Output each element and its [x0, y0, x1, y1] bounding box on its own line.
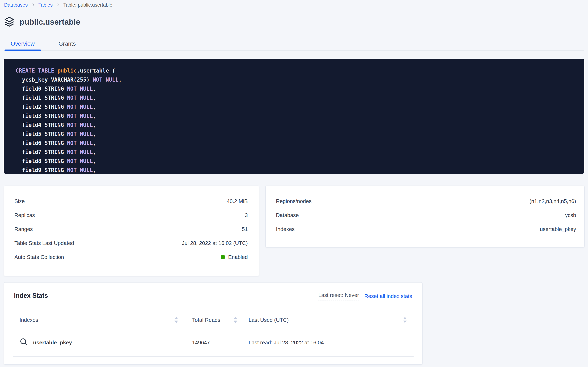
- index-last-used: Last read: Jul 28, 2022 at 16:04: [248, 340, 414, 346]
- stat-label: Database: [276, 212, 299, 218]
- table-details-card: Regions/nodes(n1,n2,n3,n4,n5,n6)Database…: [265, 185, 585, 248]
- stat-value: 51: [242, 226, 248, 232]
- sql-segment: NOT NULL: [67, 167, 93, 173]
- table-stack-icon: [4, 16, 15, 28]
- sql-segment: field7 STRING: [16, 149, 67, 155]
- chevron-right-icon: [56, 3, 60, 7]
- column-header-last-used: Last Used (UTC): [248, 317, 289, 323]
- sql-line: field5 STRING NOT NULL,: [16, 129, 576, 139]
- sql-segment: field2 STRING: [16, 104, 67, 110]
- stat-row: Table Stats Last UpdatedJul 28, 2022 at …: [14, 236, 248, 250]
- sql-line: field7 STRING NOT NULL,: [16, 148, 576, 157]
- sql-line: CREATE TABLE public.usertable (: [16, 66, 576, 75]
- sql-segment: ,: [93, 104, 96, 110]
- sql-segment: ,: [93, 131, 96, 137]
- sql-line: field3 STRING NOT NULL,: [16, 111, 576, 120]
- sql-segment: NOT NULL: [67, 158, 93, 164]
- index-stats-card: Index Stats Last reset: Never Reset all …: [4, 282, 422, 365]
- tab-bar: Overview Grants: [4, 37, 584, 50]
- index-total-reads: 149647: [180, 340, 248, 346]
- sql-segment: field9 STRING: [16, 167, 67, 173]
- sql-line: field0 STRING NOT NULL,: [16, 84, 576, 93]
- sort-icon[interactable]: [234, 317, 237, 323]
- sql-line: field4 STRING NOT NULL,: [16, 120, 576, 129]
- sql-segment: NOT NULL: [67, 140, 93, 146]
- sql-line: field1 STRING NOT NULL,: [16, 93, 576, 102]
- sql-segment: field4 STRING: [16, 122, 67, 128]
- sql-segment: ,: [93, 122, 96, 128]
- breadcrumb-current: Table: public.usertable: [63, 2, 112, 8]
- breadcrumb-link-databases[interactable]: Databases: [4, 2, 28, 8]
- stat-label: Regions/nodes: [276, 198, 311, 204]
- tab-grants[interactable]: Grants: [52, 37, 82, 50]
- table-overview-stats-card: Size40.2 MiBReplicas3Ranges51Table Stats…: [4, 185, 259, 276]
- sql-segment: field5 STRING: [16, 131, 67, 137]
- index-name-link[interactable]: usertable_pkey: [33, 340, 72, 346]
- sql-segment: field0 STRING: [16, 86, 67, 92]
- stat-label: Table Stats Last Updated: [14, 240, 74, 246]
- stat-row: Indexesusertable_pkey: [276, 222, 576, 236]
- sql-segment: field3 STRING: [16, 113, 67, 119]
- stat-label: Size: [14, 198, 25, 204]
- stat-value: usertable_pkey: [540, 226, 576, 232]
- stat-value: Jul 28, 2022 at 16:02 (UTC): [182, 240, 248, 246]
- stat-row: Size40.2 MiB: [14, 194, 248, 208]
- sql-segment: NOT NULL: [67, 113, 93, 119]
- sort-icon[interactable]: [403, 317, 407, 323]
- index-stats-controls: Last reset: Never Reset all index stats: [318, 292, 412, 300]
- sql-segment: CREATE TABLE: [16, 68, 58, 74]
- stat-value: ycsb: [565, 212, 576, 218]
- sql-line: field2 STRING NOT NULL,: [16, 102, 576, 111]
- sql-line: ycsb_key VARCHAR(255) NOT NULL,: [16, 75, 576, 84]
- stat-label: Ranges: [14, 226, 33, 232]
- sql-segment: ,: [93, 86, 96, 92]
- sql-line: field6 STRING NOT NULL,: [16, 139, 576, 148]
- tab-overview[interactable]: Overview: [5, 37, 41, 50]
- index-table-header: Indexes Total Reads Last Used (UTC): [13, 311, 414, 329]
- sql-segment: field1 STRING: [16, 95, 67, 101]
- column-header-indexes: Indexes: [19, 317, 38, 323]
- last-reset-label: Last reset: Never: [318, 292, 359, 300]
- sql-line: field8 STRING NOT NULL,: [16, 157, 576, 166]
- sql-segment: public: [58, 68, 77, 74]
- sql-segment: field6 STRING: [16, 140, 67, 146]
- sql-segment: NOT NULL: [67, 104, 93, 110]
- sql-segment: NOT NULL: [67, 131, 93, 137]
- index-table-row: usertable_pkey 149647 Last read: Jul 28,…: [13, 329, 414, 357]
- stat-row: Databaseycsb: [276, 208, 576, 222]
- sql-segment: .usertable (: [77, 68, 115, 74]
- sql-segment: field8 STRING: [16, 158, 67, 164]
- stat-value: 40.2 MiB: [227, 198, 248, 204]
- page-header: public.usertable: [4, 16, 80, 28]
- status-dot-enabled: [221, 255, 225, 259]
- sql-segment: ,: [93, 158, 96, 164]
- sql-segment: ,: [118, 77, 122, 83]
- search-icon: [19, 338, 28, 348]
- reset-all-index-stats-link[interactable]: Reset all index stats: [364, 293, 412, 299]
- sql-segment: NOT NULL: [67, 122, 93, 128]
- sql-segment: ,: [93, 167, 96, 173]
- index-stats-header: Index Stats Last reset: Never Reset all …: [13, 292, 414, 300]
- stat-label: Indexes: [276, 226, 295, 232]
- sql-segment: ,: [93, 113, 96, 119]
- stat-value: Enabled: [221, 254, 248, 260]
- stat-row: Ranges51: [14, 222, 248, 236]
- sql-line: field9 STRING NOT NULL,: [16, 166, 576, 174]
- sql-segment: NOT NULL: [67, 86, 93, 92]
- index-stats-title: Index Stats: [13, 292, 48, 299]
- sort-icon[interactable]: [174, 317, 178, 323]
- page-title: public.usertable: [20, 18, 80, 26]
- sql-segment: ,: [93, 95, 96, 101]
- sql-segment: NOT NULL: [93, 77, 118, 83]
- stat-value: (n1,n2,n3,n4,n5,n6): [530, 198, 576, 204]
- breadcrumb-link-tables[interactable]: Tables: [38, 2, 53, 8]
- sql-segment: NOT NULL: [67, 95, 93, 101]
- sql-segment: ,: [93, 140, 96, 146]
- sql-segment: ycsb_key VARCHAR(255): [16, 77, 93, 83]
- sql-segment: NOT NULL: [67, 149, 93, 155]
- stat-value: 3: [245, 212, 248, 218]
- stat-row: Regions/nodes(n1,n2,n3,n4,n5,n6): [276, 194, 576, 208]
- stat-row: Replicas3: [14, 208, 248, 222]
- chevron-right-icon: [31, 3, 35, 7]
- column-header-total-reads: Total Reads: [192, 317, 220, 323]
